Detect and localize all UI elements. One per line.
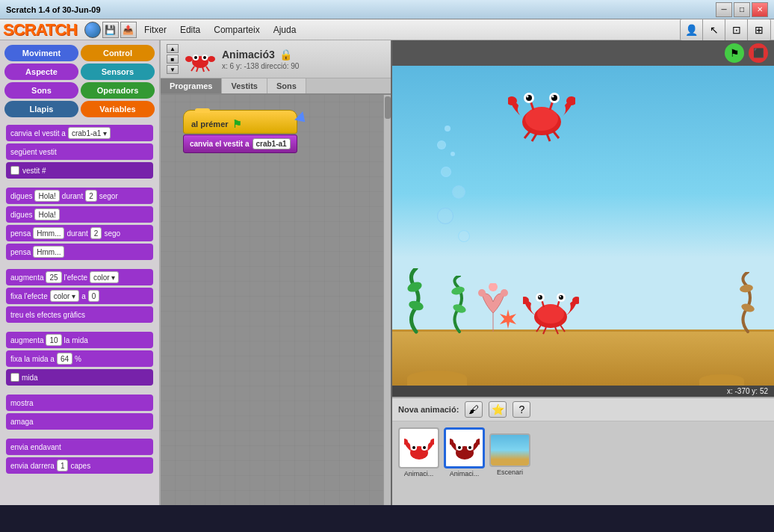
- left-panel: Moviment Control Aspecte Sensors Sons Op…: [0, 40, 161, 505]
- menu-ajuda[interactable]: Ajuda: [267, 22, 303, 37]
- green-flag-button[interactable]: ⚑: [725, 43, 744, 63]
- crab-bottom: [523, 287, 579, 337]
- stage-canvas: [392, 66, 774, 386]
- scene-thumb[interactable]: Escenari: [489, 433, 530, 477]
- svg-point-42: [538, 295, 542, 300]
- sprite-thumb-img-2: [444, 427, 485, 468]
- stage-coords-text: x: -370 y: 52: [727, 387, 768, 395]
- scene-thumb-img: [489, 433, 530, 467]
- share-button[interactable]: 📤: [120, 22, 137, 38]
- view-controls: 👤 ↖ ⊡ ⊞: [680, 19, 771, 41]
- minimize-button[interactable]: ─: [716, 2, 732, 17]
- block-pensa[interactable]: pensa Hmm...: [6, 244, 153, 260]
- tab-sons[interactable]: Sons: [267, 78, 306, 93]
- block-pensa-durant[interactable]: pensa Hmm... durant 2 sego: [6, 225, 153, 241]
- cat-operadors[interactable]: Operadors: [81, 82, 155, 99]
- nav-up[interactable]: ▲: [167, 44, 179, 53]
- sprite-info: Animació3 🔒 x: 6 y: -138 direcció: 90: [222, 49, 299, 70]
- sprite-panel-header: Nova animació: 🖌 ⭐ ?: [392, 398, 774, 421]
- block-envia-darrera[interactable]: envia darrera 1 capes: [6, 457, 153, 474]
- cat-sensors[interactable]: Sensors: [81, 64, 155, 80]
- grid-icon[interactable]: ⊞: [748, 19, 770, 40]
- person-icon[interactable]: 👤: [681, 19, 703, 40]
- checkbox-mida[interactable]: [10, 373, 19, 382]
- block-digues[interactable]: digues Hola!: [6, 206, 153, 223]
- sprite-panel: Nova animació: 🖌 ⭐ ?: [392, 397, 774, 505]
- sprite-thumb-1[interactable]: Animaci...: [398, 427, 439, 477]
- svg-point-12: [525, 107, 558, 131]
- save-button[interactable]: 💾: [102, 22, 119, 38]
- svg-point-28: [408, 300, 424, 312]
- svg-point-33: [489, 283, 498, 291]
- block-digues-durant[interactable]: digues Hola! durant 2 segor: [6, 188, 153, 204]
- help-button[interactable]: ?: [513, 401, 530, 418]
- svg-line-49: [560, 325, 565, 332]
- action-dropdown[interactable]: crab1-a1: [253, 138, 291, 149]
- cursor-icon[interactable]: ↖: [703, 19, 725, 40]
- svg-point-43: [559, 295, 563, 300]
- maximize-button[interactable]: □: [734, 2, 750, 17]
- scene-label: Escenari: [497, 468, 523, 476]
- menu-edita[interactable]: Edita: [174, 22, 206, 37]
- menu-fitxer[interactable]: Fitxer: [138, 22, 173, 37]
- globe-icon[interactable]: [84, 22, 101, 38]
- block-amaga[interactable]: amaga: [6, 413, 153, 430]
- seaweed-right: [737, 272, 759, 337]
- script-block-group: al prémer ⚑ canvia el vestit a crab1-a1: [183, 110, 297, 153]
- svg-point-6: [203, 56, 206, 59]
- fullscreen-icon[interactable]: ⊡: [725, 19, 748, 40]
- sprite-header: ▲ ■ ▼: [161, 40, 391, 78]
- cat-sons[interactable]: Sons: [4, 82, 78, 99]
- block-vestit-num[interactable]: vestit #: [6, 162, 153, 179]
- block-augmenta-efecte[interactable]: augmenta 25 l'efecte color ▾: [6, 269, 153, 285]
- stop-button[interactable]: ⬛: [749, 43, 768, 63]
- tab-programes[interactable]: Programes: [161, 78, 222, 93]
- block-fixa-mida[interactable]: fixa la mida a 64 %: [6, 350, 153, 367]
- scrollbar-v[interactable]: [383, 95, 391, 505]
- block-mostra[interactable]: mostra: [6, 395, 153, 411]
- cat-variables[interactable]: Variables: [81, 101, 155, 117]
- sprite-thumb-label-1: Animaci...: [404, 470, 434, 477]
- scrollbar-thumb[interactable]: [385, 96, 391, 119]
- svg-line-48: [555, 327, 558, 334]
- svg-point-65: [458, 446, 461, 449]
- window-controls: ─ □ ✕: [716, 2, 768, 17]
- cat-moviment[interactable]: Moviment: [4, 45, 78, 61]
- seaweed-left: [403, 268, 430, 337]
- paint-button[interactable]: 🖌: [465, 401, 483, 418]
- svg-line-10: [206, 66, 209, 71]
- block-treu-efectes[interactable]: treu els efectes gràfics: [6, 306, 153, 323]
- scripts-canvas[interactable]: al prémer ⚑ canvia el vestit a crab1-a1: [161, 95, 391, 505]
- sprite-thumb-2[interactable]: Animaci...: [444, 427, 485, 477]
- stage-controls: ⚑ ⬛: [392, 40, 774, 66]
- star-button[interactable]: ⭐: [489, 401, 507, 418]
- close-button[interactable]: ✕: [752, 2, 768, 17]
- hat-block[interactable]: al prémer ⚑: [183, 110, 297, 134]
- ocean-floor: [392, 330, 774, 386]
- title-bar: Scratch 1.4 of 30-Jun-09 ─ □ ✕: [0, 0, 774, 19]
- block-seguent-vestit[interactable]: següent vestit: [6, 143, 153, 160]
- tab-vestits[interactable]: Vestits: [222, 78, 267, 93]
- lock-icon[interactable]: 🔒: [279, 49, 292, 61]
- checkbox-vestit[interactable]: [10, 166, 19, 175]
- main-area: Moviment Control Aspecte Sensors Sons Op…: [0, 40, 774, 505]
- svg-point-21: [527, 96, 529, 98]
- middle-panel: ▲ ■ ▼: [161, 40, 392, 505]
- cat-llapis[interactable]: Llapis: [4, 101, 78, 117]
- cat-control[interactable]: Control: [81, 45, 155, 61]
- starfish: [497, 308, 519, 332]
- action-block[interactable]: canvia el vestit a crab1-a1: [183, 134, 297, 153]
- block-augmenta-mida[interactable]: augmenta 10 la mida: [6, 332, 153, 348]
- nav-expand[interactable]: ■: [167, 55, 179, 64]
- menu-comparteix[interactable]: Comparteix: [208, 22, 265, 37]
- svg-point-29: [451, 285, 465, 296]
- cat-aspecte[interactable]: Aspecte: [4, 64, 78, 80]
- block-canvia-vestit[interactable]: canvia el vestit a crab1-a1 ▾: [6, 125, 153, 141]
- nav-down[interactable]: ▼: [167, 65, 179, 74]
- block-mida[interactable]: mida: [6, 369, 153, 386]
- svg-line-25: [547, 134, 550, 141]
- block-envia-endavant[interactable]: envia endavant: [6, 439, 153, 455]
- svg-point-45: [560, 296, 561, 297]
- svg-line-23: [524, 131, 530, 138]
- block-fixa-efecte[interactable]: fixa l'efecte color ▾ a 0: [6, 288, 153, 304]
